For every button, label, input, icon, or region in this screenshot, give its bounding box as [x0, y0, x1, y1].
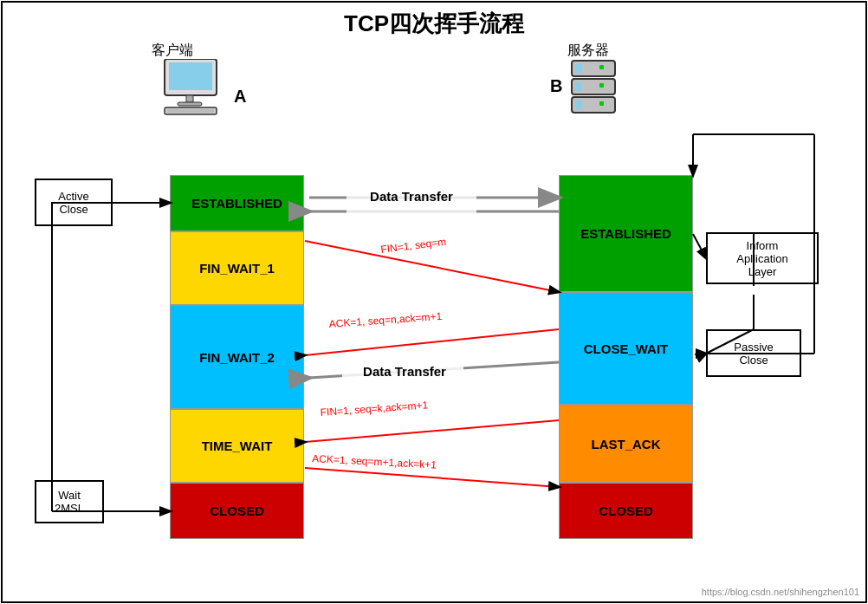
svg-rect-3 [178, 102, 202, 106]
server-close-wait: CLOSE_WAIT [559, 292, 693, 405]
wait-2msl-box: Wait2MSL [35, 480, 104, 523]
server-last-ack: LAST_ACK [559, 405, 693, 483]
svg-text:Data Transfer: Data Transfer [363, 364, 446, 379]
svg-line-24 [305, 241, 559, 292]
client-closed: CLOSED [170, 483, 304, 539]
server-label: 服务器 [567, 42, 609, 60]
svg-rect-15 [2, 2, 866, 602]
computer-icon [160, 59, 230, 115]
svg-text:ACK=1, seq=m+1,ack=k+1: ACK=1, seq=m+1,ack=k+1 [312, 452, 437, 471]
server-established: ESTABLISHED [559, 175, 693, 292]
svg-rect-7 [575, 64, 582, 73]
b-label: B [550, 76, 562, 96]
svg-rect-2 [186, 95, 193, 102]
server-closed: CLOSED [559, 483, 693, 539]
wait-2msl-label: Wait2MSL [55, 489, 84, 515]
svg-text:FIN=1, seq=m: FIN=1, seq=m [380, 236, 447, 256]
tcp-diagram: { "title": "TCP四次挥手流程", "client_label": … [0, 0, 868, 604]
svg-line-28 [309, 362, 559, 378]
svg-rect-8 [599, 65, 604, 69]
svg-text:FIN=1, seq=k,ack=m+1: FIN=1, seq=k,ack=m+1 [320, 399, 429, 419]
client-time-wait: TIME_WAIT [170, 409, 304, 483]
server-icon [563, 59, 624, 115]
svg-line-31 [305, 420, 559, 442]
svg-rect-22 [347, 184, 476, 223]
svg-rect-1 [169, 62, 212, 90]
svg-text:Data Transfer: Data Transfer [370, 189, 453, 204]
inform-app-label: InformApllicationLayer [736, 239, 787, 278]
svg-rect-13 [575, 101, 582, 109]
active-close-label: ActiveClose [58, 190, 88, 216]
client-fin-wait-1: FIN_WAIT_1 [170, 231, 304, 305]
svg-rect-5 [167, 109, 214, 113]
a-label: A [234, 87, 246, 107]
svg-rect-11 [599, 83, 604, 88]
svg-line-26 [305, 329, 559, 355]
svg-rect-14 [599, 101, 604, 106]
svg-rect-29 [342, 357, 463, 388]
client-fin-wait-2: FIN_WAIT_2 [170, 305, 304, 409]
inform-app-box: InformApllicationLayer [706, 232, 819, 284]
page-title: TCP四次挥手流程 [0, 0, 868, 39]
svg-rect-10 [575, 82, 582, 91]
svg-line-35 [693, 234, 706, 258]
client-established: ESTABLISHED [170, 175, 304, 231]
svg-line-33 [305, 468, 559, 487]
arrows-overlay: Data Transfer FIN=1, seq=m ACK=1, seq=n,… [0, 0, 868, 604]
passive-close-label: PassiveClose [734, 341, 774, 367]
client-label: 客户端 [152, 42, 193, 60]
active-close-box: ActiveClose [35, 179, 113, 226]
passive-close-box: PassiveClose [706, 329, 801, 377]
svg-text:ACK=1, seq=n,ack=m+1: ACK=1, seq=n,ack=m+1 [328, 310, 443, 330]
watermark: https://blog.csdn.net/shihengzhen101 [702, 587, 859, 597]
